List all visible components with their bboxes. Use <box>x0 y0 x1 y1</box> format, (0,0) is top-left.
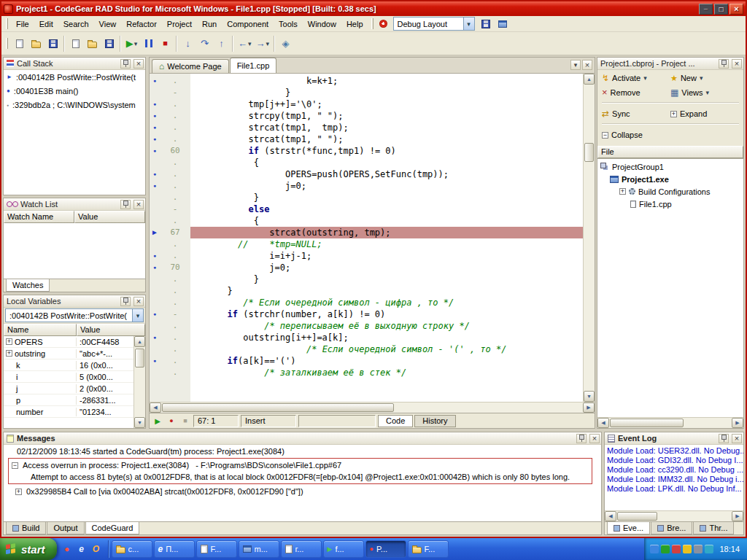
dropdown-arrow-icon[interactable] <box>248 40 252 47</box>
view-tab-code[interactable]: Code <box>378 415 413 427</box>
scroll-right-icon[interactable] <box>732 511 743 521</box>
code-text[interactable]: strcat(tmp1, " "); <box>190 133 583 145</box>
editor-horizontal-scrollbar[interactable] <box>150 402 595 413</box>
code-text[interactable]: k=k+1; <box>190 75 583 87</box>
close-button[interactable] <box>729 4 743 15</box>
menu-item-project[interactable]: Project <box>162 18 197 31</box>
line-number[interactable]: . <box>160 273 190 285</box>
scope-combo[interactable]: :0040142B PostWrite::PostWrite( <box>5 308 144 322</box>
line-number[interactable]: . <box>160 367 190 378</box>
tray-icon-1[interactable] <box>650 545 659 553</box>
activate-button[interactable]: ↯Activate <box>602 74 670 82</box>
record-icon[interactable] <box>166 416 177 427</box>
taskbar-clock[interactable]: 18:14 <box>719 545 740 553</box>
toolbar-grip[interactable] <box>6 38 8 49</box>
quick-launch-ie-icon[interactable]: e <box>76 543 88 555</box>
minimize-button[interactable] <box>699 4 713 15</box>
close-panel-button[interactable] <box>732 434 742 443</box>
line-number[interactable]: . <box>160 297 190 308</box>
project-tree-node[interactable]: Project1.exe <box>597 173 743 185</box>
run-until-return-button[interactable]: ↑ <box>213 35 230 52</box>
breakpoint-dot-icon[interactable]: ● <box>150 332 160 343</box>
event-log-entry[interactable]: Module Load: IMM32.dll. No Debug i... <box>607 475 743 484</box>
menu-item-view[interactable]: View <box>94 18 122 31</box>
pause-button[interactable] <box>140 35 157 52</box>
breakpoint-dot-icon[interactable]: ● <box>150 145 160 157</box>
scroll-up-icon[interactable] <box>134 336 145 347</box>
breakpoint-dot-icon[interactable]: ● <box>150 110 160 122</box>
code-text[interactable]: strcpy(tmp1, " "); <box>190 110 583 122</box>
menu-item-component[interactable]: Component <box>222 18 274 31</box>
menu-item-refactor[interactable]: Refactor <box>121 18 162 31</box>
expand-icon[interactable]: + <box>619 188 626 195</box>
tab-event-log[interactable]: Eve... <box>607 522 650 534</box>
line-number[interactable]: . <box>160 75 190 87</box>
taskbar-button[interactable]: F... <box>408 540 449 558</box>
pin-button[interactable] <box>120 59 131 69</box>
code-text[interactable]: } <box>190 87 583 98</box>
event-log-scrollbar[interactable] <box>605 510 743 521</box>
dropdown-arrow-icon[interactable] <box>266 40 270 47</box>
gutter-cell[interactable] <box>150 343 160 355</box>
scroll-right-icon[interactable] <box>583 402 595 413</box>
local-variable-row[interactable]: number"01234... <box>4 406 133 418</box>
line-number[interactable]: . <box>160 238 190 250</box>
start-button[interactable]: start <box>0 538 57 560</box>
line-number[interactable]: . <box>160 157 190 168</box>
taskbar-button[interactable]: F... <box>196 540 237 558</box>
error-detail[interactable]: Attempt to access 81 byte(s) at 0x0012FD… <box>31 472 570 481</box>
save-layout-button[interactable] <box>478 15 495 33</box>
event-log-entry[interactable]: Module Load: cc3290.dll. No Debug ... <box>607 465 743 475</box>
line-number[interactable]: - <box>160 203 190 215</box>
scroll-up-icon[interactable] <box>584 74 595 85</box>
line-number[interactable]: . <box>160 215 190 227</box>
pin-button[interactable] <box>120 200 131 209</box>
collapse-button[interactable]: −Collapse <box>602 131 670 139</box>
scroll-left-icon[interactable] <box>150 402 161 413</box>
new-file-button[interactable] <box>11 35 28 52</box>
taskbar-button[interactable]: c... <box>112 540 152 558</box>
component-button[interactable]: ◈ <box>277 35 294 52</box>
browse-forward-button[interactable]: → <box>254 35 272 52</box>
local-variable-row[interactable]: i5 (0x00... <box>4 371 133 383</box>
run-button[interactable]: ▶ <box>123 35 140 52</box>
code-text[interactable]: outstring[i++]=a[k]; <box>190 332 583 343</box>
new-unit-button[interactable] <box>67 35 84 52</box>
tray-icon-6[interactable] <box>705 545 713 553</box>
column-header-watch-name[interactable]: Watch Name <box>4 211 74 223</box>
scroll-left-icon[interactable] <box>597 418 609 428</box>
taskbar-button[interactable]: ▶f... <box>323 540 364 558</box>
gutter-cell[interactable] <box>150 157 160 168</box>
tab-codeguard[interactable]: CodeGuard <box>85 522 140 534</box>
dropdown-arrow-icon[interactable] <box>700 74 703 82</box>
code-text[interactable]: } <box>190 192 583 203</box>
tab-breakpoints[interactable]: Bre... <box>651 522 692 534</box>
views-button[interactable]: ▦Views <box>670 88 739 97</box>
tab-list-dropdown[interactable] <box>570 60 581 70</box>
line-number[interactable]: . <box>160 355 190 367</box>
menu-item-run[interactable]: Run <box>197 18 222 31</box>
menu-item-file[interactable]: File <box>11 18 34 31</box>
code-text[interactable]: { <box>190 157 583 168</box>
dropdown-arrow-icon[interactable] <box>134 40 138 47</box>
gutter-cell[interactable] <box>150 238 160 250</box>
tray-icon-2[interactable] <box>661 545 670 553</box>
breakpoint-dot-icon[interactable]: ● <box>150 308 160 320</box>
menu-item-window[interactable]: Window <box>303 18 341 31</box>
line-number[interactable]: . <box>160 320 190 332</box>
breakpoint-dot-icon[interactable]: ● <box>150 168 160 180</box>
expand-icon[interactable]: + <box>6 350 12 357</box>
gutter-cell[interactable] <box>150 192 160 203</box>
line-number[interactable]: . <box>160 110 190 122</box>
play-icon[interactable] <box>152 416 163 427</box>
collapse-icon[interactable] <box>12 462 18 469</box>
quick-launch-app2-icon[interactable]: O <box>90 543 102 555</box>
set-debug-layout-button[interactable] <box>495 15 511 33</box>
scroll-down-icon[interactable] <box>134 417 145 428</box>
toolbar-grip[interactable] <box>6 18 8 29</box>
view-tab-history[interactable]: History <box>414 415 455 427</box>
gutter-cell[interactable] <box>150 215 160 227</box>
sync-button[interactable]: ⇄Sync <box>602 109 670 118</box>
step-over-button[interactable]: ↷ <box>196 35 213 52</box>
menu-item-search[interactable]: Search <box>58 18 94 31</box>
